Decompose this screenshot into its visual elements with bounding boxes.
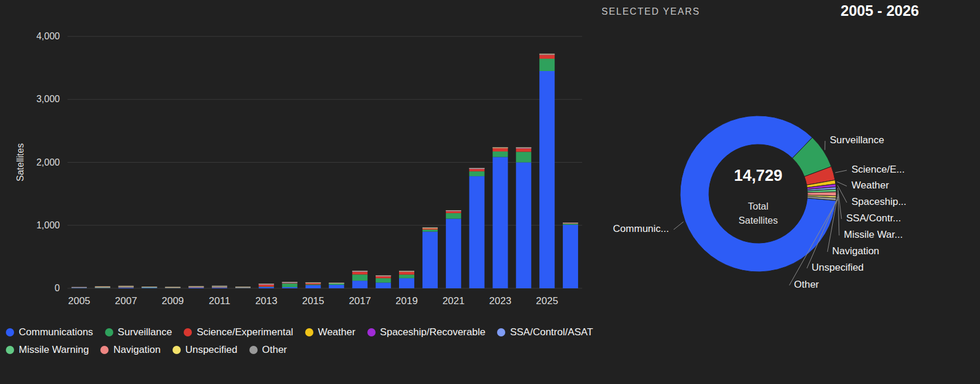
bar-segment[interactable] <box>493 157 508 288</box>
donut-callout-line <box>835 170 847 173</box>
bar-segment[interactable] <box>376 282 391 288</box>
bar-segment[interactable] <box>352 274 367 281</box>
bar-segment[interactable] <box>306 284 321 285</box>
bar-segment[interactable] <box>212 288 227 288</box>
bar-segment[interactable] <box>72 287 87 288</box>
bar-segment[interactable] <box>539 55 555 59</box>
bar-segment[interactable] <box>282 284 298 287</box>
bar-segment[interactable] <box>423 231 438 288</box>
bar-segment[interactable] <box>563 223 578 223</box>
legend-item[interactable]: Surveillance <box>105 326 173 338</box>
donut-callout-line <box>837 182 847 187</box>
bar-segment[interactable] <box>539 59 555 71</box>
bar-segment[interactable] <box>259 287 274 287</box>
donut-callout-label: Weather <box>851 180 889 191</box>
donut-callout-label: Surveillance <box>830 134 884 146</box>
bar-segment[interactable] <box>376 275 391 276</box>
bar-segment[interactable] <box>306 282 321 283</box>
bar-segment[interactable] <box>329 283 344 284</box>
bar-segment[interactable] <box>259 284 274 287</box>
bar-segment[interactable] <box>399 278 414 288</box>
bar-segment[interactable] <box>493 147 508 148</box>
bar-segment[interactable] <box>119 288 134 288</box>
bar-segment[interactable] <box>399 275 414 278</box>
bar-segment[interactable] <box>329 285 344 288</box>
x-axis-tick-label: 2021 <box>442 295 465 306</box>
legend-item[interactable]: Spaceship/Recoverable <box>367 326 486 338</box>
legend-label: Spaceship/Recoverable <box>380 326 486 338</box>
bar-segment[interactable] <box>539 71 555 288</box>
bar-segment[interactable] <box>446 213 461 218</box>
bar-segment[interactable] <box>563 224 578 225</box>
bar-segment[interactable] <box>188 286 204 287</box>
bar-segment[interactable] <box>95 287 110 288</box>
bar-segment[interactable] <box>282 287 298 288</box>
bar-segment[interactable] <box>259 284 274 284</box>
bar-segment[interactable] <box>516 163 531 289</box>
bar-segment[interactable] <box>352 272 367 275</box>
bar-segment[interactable] <box>539 53 555 54</box>
y-axis-tick-label: 0 <box>55 283 60 293</box>
bar-segment[interactable] <box>259 287 274 288</box>
bar-segment[interactable] <box>352 271 367 271</box>
bar-segment[interactable] <box>119 286 134 287</box>
bar-segment[interactable] <box>282 282 298 282</box>
bar-segment[interactable] <box>516 147 531 148</box>
bar-segment[interactable] <box>188 288 204 288</box>
legend-item[interactable]: Missile Warning <box>6 344 89 356</box>
bar-segment[interactable] <box>516 149 531 152</box>
legend-item[interactable]: Other <box>249 344 288 356</box>
bar-segment[interactable] <box>95 287 110 287</box>
bar-segment[interactable] <box>212 287 227 287</box>
legend-dot <box>100 346 109 354</box>
legend-item[interactable]: Communications <box>6 326 93 338</box>
bar-segment[interactable] <box>188 287 204 287</box>
y-axis-title: Satellites <box>15 143 25 181</box>
bar-segment[interactable] <box>469 169 485 171</box>
bar-segment[interactable] <box>399 271 414 271</box>
legend-item[interactable]: Unspecified <box>173 344 238 356</box>
bar-segment[interactable] <box>95 287 110 287</box>
bar-segment[interactable] <box>493 151 508 157</box>
bar-segment[interactable] <box>376 276 391 278</box>
legend-item[interactable]: Navigation <box>100 344 160 356</box>
bar-segment[interactable] <box>376 278 391 283</box>
bar-segment[interactable] <box>235 287 251 288</box>
bar-segment[interactable] <box>352 281 367 288</box>
bar-segment[interactable] <box>446 210 461 211</box>
bar-segment[interactable] <box>165 287 180 288</box>
bar-segment[interactable] <box>212 287 227 287</box>
bar-segment[interactable] <box>235 287 251 287</box>
bar-segment[interactable] <box>469 171 485 176</box>
bar-segment[interactable] <box>493 148 508 151</box>
legend-dot <box>497 328 505 336</box>
bar-segment[interactable] <box>212 286 227 287</box>
bar-segment[interactable] <box>119 287 134 287</box>
bar-segment[interactable] <box>423 228 438 228</box>
legend-item[interactable]: Weather <box>305 326 356 338</box>
bar-segment[interactable] <box>423 230 438 231</box>
legend-label: Communications <box>19 326 93 338</box>
legend-item[interactable]: Science/Experimental <box>184 326 293 338</box>
bar-segment[interactable] <box>516 151 531 162</box>
bar-segment[interactable] <box>446 218 461 288</box>
bar-segment[interactable] <box>469 168 485 169</box>
legend-dot <box>173 346 181 354</box>
satellites-by-year-bar-chart: 01,0002,0003,0004,000Satellites200520072… <box>0 0 593 320</box>
legend-dot <box>184 328 192 336</box>
bar-segment[interactable] <box>399 272 414 275</box>
bar-segment[interactable] <box>142 287 157 288</box>
legend-item[interactable]: SSA/Control/ASAT <box>497 326 593 338</box>
bar-segment[interactable] <box>329 284 344 285</box>
bar-segment[interactable] <box>446 211 461 213</box>
bar-segment[interactable] <box>469 176 485 288</box>
bar-segment[interactable] <box>188 287 204 287</box>
bar-segment[interactable] <box>563 225 578 288</box>
bar-segment[interactable] <box>306 283 321 284</box>
bar-segment[interactable] <box>119 286 134 287</box>
legend-label: Navigation <box>113 344 160 356</box>
bar-segment[interactable] <box>423 228 438 230</box>
bar-segment[interactable] <box>142 287 157 287</box>
bar-segment[interactable] <box>306 285 321 288</box>
bar-segment[interactable] <box>119 288 134 288</box>
